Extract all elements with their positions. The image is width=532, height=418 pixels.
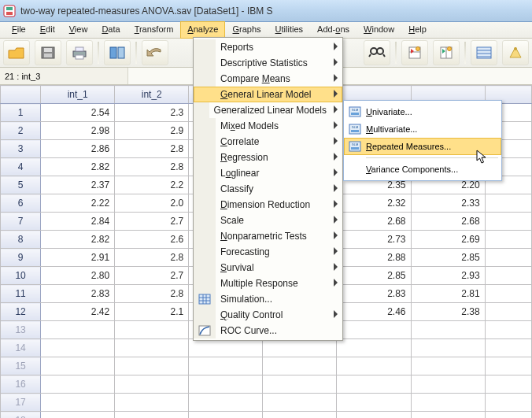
menu-item-survival[interactable]: Survival: [194, 260, 342, 276]
menu-item-reports[interactable]: Reports: [194, 39, 342, 55]
cell[interactable]: 2.22: [41, 194, 115, 213]
row-header[interactable]: 11: [1, 285, 41, 303]
submenu-item-repeated-measures[interactable]: GLMRepeated Measures...: [344, 138, 501, 155]
cell[interactable]: 2.83: [41, 285, 115, 303]
cell[interactable]: [485, 321, 531, 339]
cell[interactable]: 2.46: [337, 303, 411, 321]
cell[interactable]: 2.7: [115, 267, 189, 285]
menu-utilities[interactable]: Utilities: [268, 21, 310, 39]
cell[interactable]: [189, 412, 263, 419]
cell[interactable]: [411, 412, 485, 419]
cell[interactable]: [41, 394, 115, 412]
cell[interactable]: [263, 375, 337, 394]
cell[interactable]: 2.81: [411, 285, 485, 303]
row-header[interactable]: 12: [1, 303, 41, 321]
cell[interactable]: [189, 357, 263, 375]
menu-addons[interactable]: Add-ons: [310, 21, 357, 39]
row-header[interactable]: 1: [1, 104, 41, 122]
menu-item-correlate[interactable]: Correlate: [194, 134, 342, 150]
cell[interactable]: 2.93: [411, 267, 485, 285]
menu-item-forecasting[interactable]: Forecasting: [194, 244, 342, 260]
menu-item-regression[interactable]: Regression: [194, 150, 342, 165]
insert-variable-button[interactable]: [433, 40, 460, 65]
cell[interactable]: [337, 321, 411, 339]
cell[interactable]: [411, 357, 485, 375]
cell[interactable]: [189, 375, 263, 394]
cell[interactable]: [115, 375, 189, 394]
menu-item-nonparametric-tests[interactable]: Nonparametric Tests: [194, 228, 342, 244]
cell[interactable]: [41, 321, 115, 339]
menu-view[interactable]: View: [62, 21, 95, 39]
undo-button[interactable]: [142, 40, 168, 65]
menu-item-loglinear[interactable]: Loglinear: [194, 165, 342, 181]
cell[interactable]: [411, 339, 485, 357]
menu-window[interactable]: Window: [357, 21, 401, 39]
cell[interactable]: [41, 412, 115, 419]
cell[interactable]: [337, 339, 411, 357]
cell[interactable]: 2.98: [41, 122, 115, 140]
cell[interactable]: [115, 412, 189, 419]
column-header[interactable]: int_2: [115, 86, 189, 104]
row-header[interactable]: 15: [1, 357, 41, 375]
row-header[interactable]: 17: [1, 394, 41, 412]
cell[interactable]: [115, 357, 189, 375]
row-header[interactable]: 7: [1, 213, 41, 231]
menu-analyze[interactable]: Analyze: [180, 21, 225, 39]
cell[interactable]: [337, 357, 411, 375]
cell[interactable]: [485, 267, 531, 285]
cell[interactable]: [485, 249, 531, 267]
cell[interactable]: [485, 357, 531, 375]
row-header-corner[interactable]: [1, 86, 41, 104]
menu-item-descriptive-statistics[interactable]: Descriptive Statistics: [194, 55, 342, 71]
cell[interactable]: [263, 412, 337, 419]
analyze-menu[interactable]: ReportsDescriptive StatisticsCompare Mea…: [193, 37, 343, 341]
cell[interactable]: 2.0: [115, 194, 189, 213]
cell[interactable]: 2.3: [115, 104, 189, 122]
cell[interactable]: [485, 213, 531, 231]
cell[interactable]: 2.85: [411, 249, 485, 267]
print-button[interactable]: [66, 40, 93, 65]
cell[interactable]: [485, 375, 531, 394]
cell[interactable]: [485, 285, 531, 303]
cell[interactable]: 2.85: [337, 267, 411, 285]
row-header[interactable]: 9: [1, 249, 41, 267]
cell[interactable]: 2.88: [337, 249, 411, 267]
cell[interactable]: 2.73: [337, 231, 411, 249]
cell[interactable]: [485, 339, 531, 357]
cell[interactable]: 2.8: [115, 140, 189, 158]
cell[interactable]: [485, 394, 531, 412]
cell[interactable]: 2.80: [41, 267, 115, 285]
cell[interactable]: 2.69: [411, 231, 485, 249]
find-button[interactable]: [364, 40, 390, 65]
cell[interactable]: [41, 339, 115, 357]
cell[interactable]: 2.82: [41, 231, 115, 249]
cell[interactable]: 2.83: [337, 285, 411, 303]
cell[interactable]: 2.42: [41, 303, 115, 321]
cell[interactable]: [189, 394, 263, 412]
row-header[interactable]: 2: [1, 122, 41, 140]
row-header[interactable]: 14: [1, 339, 41, 357]
cell[interactable]: [337, 375, 411, 394]
menu-item-scale[interactable]: Scale: [194, 213, 342, 228]
open-button[interactable]: [3, 40, 30, 65]
submenu-item-multivariate[interactable]: GLMMultivariate...: [344, 120, 501, 138]
menu-file[interactable]: File: [5, 21, 33, 39]
cell[interactable]: [485, 412, 531, 419]
cell[interactable]: [189, 339, 263, 357]
cell[interactable]: [485, 231, 531, 249]
cell[interactable]: [115, 394, 189, 412]
cell[interactable]: 2.33: [411, 194, 485, 213]
cell[interactable]: [41, 357, 115, 375]
cell[interactable]: 2.6: [115, 231, 189, 249]
data-view-button[interactable]: [104, 40, 131, 65]
cell[interactable]: [263, 394, 337, 412]
cell[interactable]: 2.38: [411, 303, 485, 321]
cell[interactable]: 2.82: [41, 158, 115, 176]
column-header[interactable]: int_1: [41, 86, 115, 104]
menu-item-compare-means[interactable]: Compare Means: [194, 71, 342, 87]
cell[interactable]: [411, 394, 485, 412]
cell[interactable]: 2.8: [115, 249, 189, 267]
split-file-button[interactable]: [471, 40, 497, 65]
cell[interactable]: [115, 321, 189, 339]
cell[interactable]: 2.1: [115, 303, 189, 321]
